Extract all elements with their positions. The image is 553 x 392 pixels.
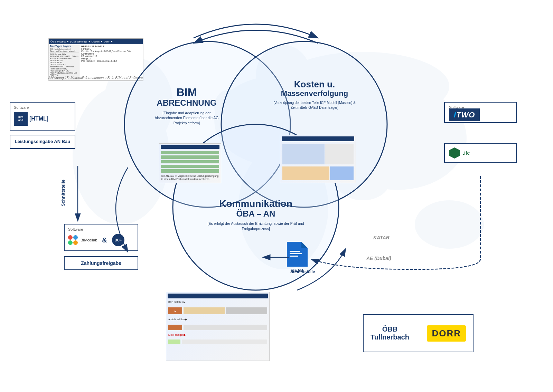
kommunikation-bottom-screenshot: BCF erstellen ▶ ▶ Ansicht wählen ▶ Excel… [166, 292, 270, 361]
leistung-label: Leistungseingabe AN Bau [14, 139, 71, 145]
bimcollab-circles [68, 235, 78, 245]
obb-screenshot-top: ÖBB Project ▼ | Use Settings ▼ Option ▼ … [48, 38, 143, 81]
svg-rect-17 [290, 256, 298, 257]
caption-text: Abbildung 15: Materialinformationen z.B.… [48, 76, 143, 80]
geab-icon-container: GEAB [287, 242, 308, 273]
left-software-label: Software [14, 105, 71, 109]
bc-circle-2 [73, 235, 78, 240]
html-badge: [HTML] [29, 116, 48, 122]
ae-dubai-label: AE (Dubai) [366, 256, 391, 261]
katar-label: KATAR [373, 235, 390, 240]
left-software-box: Software bimand [HTML] [10, 102, 75, 131]
bc-circle-1 [68, 235, 73, 240]
content-wrapper: ÖBB Project ▼ | Use Settings ▼ Option ▼ … [0, 0, 553, 392]
amp-sign: & [102, 236, 107, 244]
zahlung-box: Zahlungsfreigabe [64, 256, 138, 270]
svg-marker-14 [301, 242, 308, 248]
bimcollab-logo: BIMcollab & BCF [68, 232, 134, 248]
ifc-text: .ifc [463, 150, 470, 156]
kosten-label: Kosten u. Massenverfolgung [Verknüpfung … [271, 79, 358, 110]
ifc-hexagon [449, 147, 460, 159]
bimcollab-text: BIMcollab [81, 238, 97, 242]
schnittstelle-left: Schnittstelle [60, 180, 66, 206]
bc-circle-4 [73, 240, 78, 245]
bcf-circle: BCF [112, 234, 124, 246]
dorr-text: DORR [432, 328, 461, 339]
kommunikation-label: Kommunikation ÖBA – AN [Es erfolgt der A… [207, 199, 304, 231]
leistung-box: Leistungseingabe AN Bau [10, 135, 75, 149]
kosten-inner-screenshot [280, 135, 356, 183]
ifc-box: .ifc [444, 143, 517, 163]
bim-logo: bimand [HTML] [14, 111, 71, 127]
dorr-logo: DORR [427, 325, 466, 342]
oebb-text: ÖBB Tullnerbach [371, 325, 409, 341]
bim-inner-screenshot: Die AN-Bau ist verpflichtet seine Leistu… [159, 143, 221, 183]
middle-software-box: Software BIMcollab & BCF [64, 224, 138, 251]
right-software-box: Software iTWO [444, 102, 517, 123]
geab-label: GEAB [287, 268, 308, 273]
geab-document-svg [287, 242, 308, 267]
svg-rect-15 [290, 251, 300, 252]
middle-software-label: Software [68, 227, 134, 231]
itwo-logo-container: iTWO [449, 111, 512, 119]
oebb-box: ÖBB Tullnerbach DORR [363, 314, 474, 352]
bim-abrechnung-label: BIM ABRECHNUNG [Eingabe und Adaptierung … [149, 86, 225, 126]
zahlung-label: Zahlungsfreigabe [68, 260, 134, 266]
bc-circle-3 [68, 240, 73, 245]
bim-logo-square: bimand [14, 112, 28, 126]
svg-rect-16 [290, 253, 302, 254]
itwo-logo: iTWO [449, 108, 480, 121]
